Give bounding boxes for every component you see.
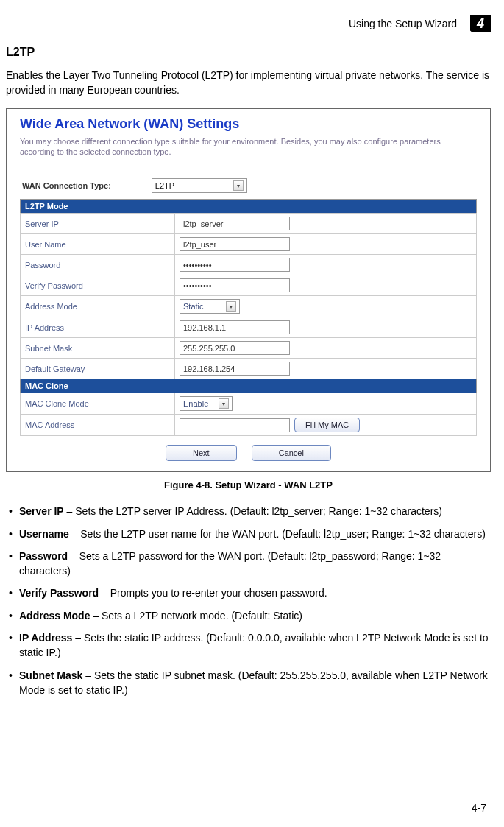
screenshot-panel: Wide Area Network (WAN) Settings You may… bbox=[6, 108, 491, 473]
mac-clone-header: MAC Clone bbox=[20, 379, 477, 393]
verify-password-label: Verify Password bbox=[21, 275, 175, 296]
bullet-text: – Sets the static IP subnet mask. (Defau… bbox=[19, 669, 488, 696]
chapter-badge: 4 bbox=[470, 15, 491, 32]
section-title: L2TP bbox=[6, 46, 491, 59]
mac-form-table: MAC Clone Mode Enable ▾ MAC Address Fill… bbox=[20, 393, 477, 436]
conn-type-row: WAN Connection Type: L2TP ▾ bbox=[20, 178, 477, 193]
wan-subtitle: You may choose different connection type… bbox=[20, 136, 477, 158]
password-input[interactable] bbox=[180, 258, 290, 272]
l2tp-form-table: Server IP User Name Password Verify Pass… bbox=[20, 213, 477, 379]
table-row: Subnet Mask bbox=[21, 338, 477, 359]
table-row: MAC Clone Mode Enable ▾ bbox=[21, 393, 477, 415]
mac-clone-mode-select[interactable]: Enable ▾ bbox=[180, 396, 233, 411]
list-item: Server IP – Sets the L2TP server IP Addr… bbox=[7, 504, 491, 518]
mac-address-input[interactable] bbox=[180, 418, 290, 432]
mac-clone-mode-label: MAC Clone Mode bbox=[21, 393, 175, 415]
list-item: Subnet Mask – Sets the static IP subnet … bbox=[7, 668, 491, 698]
table-row: Address Mode Static ▾ bbox=[21, 296, 477, 317]
wan-title: Wide Area Network (WAN) Settings bbox=[20, 116, 477, 132]
figure-caption: Figure 4-8. Setup Wizard - WAN L2TP bbox=[6, 479, 491, 490]
chevron-down-icon: ▾ bbox=[226, 301, 236, 312]
list-item: Password – Sets a L2TP password for the … bbox=[7, 549, 491, 579]
table-row: User Name bbox=[21, 234, 477, 255]
next-button[interactable]: Next bbox=[166, 445, 237, 461]
ip-address-label: IP Address bbox=[21, 317, 175, 338]
subnet-mask-label: Subnet Mask bbox=[21, 338, 175, 359]
bullet-bold: Address Mode bbox=[19, 610, 90, 622]
bullet-list: Server IP – Sets the L2TP server IP Addr… bbox=[6, 504, 491, 697]
chevron-down-icon: ▾ bbox=[233, 180, 244, 191]
bullet-bold: Password bbox=[19, 550, 68, 562]
default-gateway-label: Default Gateway bbox=[21, 359, 175, 379]
conn-type-value: L2TP bbox=[155, 181, 174, 190]
address-mode-select[interactable]: Static ▾ bbox=[180, 299, 240, 314]
chapter-number: 4 bbox=[477, 16, 484, 32]
bullet-text: – Sets the L2TP user name for the WAN po… bbox=[69, 528, 486, 540]
page-number: 4-7 bbox=[472, 802, 486, 814]
address-mode-label: Address Mode bbox=[21, 296, 175, 317]
table-row: IP Address bbox=[21, 317, 477, 338]
bullet-text: – Sets a L2TP password for the WAN port.… bbox=[19, 550, 441, 577]
bullet-text: – Sets the L2TP server IP Address. (Defa… bbox=[64, 505, 442, 517]
bullet-text: – Sets the static IP address. (Default: … bbox=[19, 632, 489, 658]
page-header: Using the Setup Wizard 4 bbox=[6, 15, 491, 32]
table-row: Default Gateway bbox=[21, 359, 477, 379]
bullet-bold: Verify Password bbox=[19, 587, 99, 599]
list-item: Username – Sets the L2TP user name for t… bbox=[7, 527, 491, 541]
list-item: IP Address – Sets the static IP address.… bbox=[7, 630, 491, 661]
verify-password-input[interactable] bbox=[180, 278, 290, 292]
running-head: Using the Setup Wizard bbox=[349, 18, 457, 29]
user-name-label: User Name bbox=[21, 234, 175, 255]
button-row: Next Cancel bbox=[20, 445, 477, 461]
ip-address-input[interactable] bbox=[180, 320, 290, 334]
table-row: MAC Address Fill My MAC bbox=[21, 415, 477, 436]
bullet-bold: Subnet Mask bbox=[19, 669, 82, 681]
bullet-bold: Server IP bbox=[19, 505, 64, 517]
list-item: Verify Password – Prompts you to re-ente… bbox=[7, 585, 491, 600]
table-row: Verify Password bbox=[21, 275, 477, 296]
bullet-bold: Username bbox=[19, 528, 69, 540]
server-ip-input[interactable] bbox=[180, 217, 290, 230]
bullet-bold: IP Address bbox=[19, 632, 72, 644]
bullet-text: – Sets a L2TP network mode. (Default: St… bbox=[90, 610, 302, 622]
list-item: Address Mode – Sets a L2TP network mode.… bbox=[7, 608, 491, 623]
conn-type-label: WAN Connection Type: bbox=[22, 181, 111, 190]
mac-clone-mode-value: Enable bbox=[183, 399, 208, 408]
table-row: Password bbox=[21, 255, 477, 275]
user-name-input[interactable] bbox=[180, 237, 290, 251]
conn-type-select[interactable]: L2TP ▾ bbox=[152, 178, 247, 193]
mac-address-label: MAC Address bbox=[21, 415, 175, 436]
password-label: Password bbox=[21, 255, 175, 275]
subnet-mask-input[interactable] bbox=[180, 341, 290, 355]
bullet-text: – Prompts you to re-enter your chosen pa… bbox=[99, 587, 327, 599]
chevron-down-icon: ▾ bbox=[219, 398, 229, 409]
l2tp-mode-header: L2TP Mode bbox=[20, 199, 477, 213]
server-ip-label: Server IP bbox=[21, 214, 175, 234]
default-gateway-input[interactable] bbox=[180, 362, 290, 376]
fill-my-mac-button[interactable]: Fill My MAC bbox=[294, 418, 360, 432]
cancel-button[interactable]: Cancel bbox=[252, 445, 331, 461]
table-row: Server IP bbox=[21, 214, 477, 234]
address-mode-value: Static bbox=[183, 302, 204, 311]
section-description: Enables the Layer Two Tunneling Protocol… bbox=[6, 68, 491, 98]
